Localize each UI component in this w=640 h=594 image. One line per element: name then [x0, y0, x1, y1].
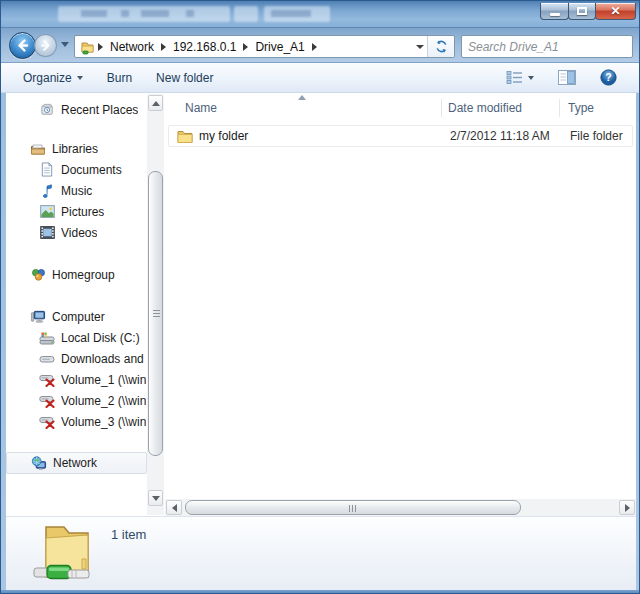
breadcrumb-chevron[interactable] [312, 43, 317, 51]
sidebar-item-homegroup[interactable]: Homegroup [6, 264, 147, 285]
recent-pages-dropdown[interactable] [61, 42, 69, 47]
arrow-right-icon [625, 504, 630, 512]
column-header-date-modified[interactable]: Date modified [448, 97, 522, 119]
chevron-down-icon [416, 45, 424, 49]
forward-arrow-icon [39, 39, 52, 52]
file-row-my-folder[interactable]: my folder 2/7/2012 11:18 AM File folder [168, 125, 633, 147]
scroll-left-button[interactable] [166, 500, 182, 515]
address-bar[interactable]: Network 192.168.0.1 Drive_A1 [74, 35, 455, 58]
address-location-icon [79, 39, 95, 55]
column-divider[interactable] [441, 99, 442, 117]
breadcrumb-chevron[interactable] [161, 43, 166, 51]
network-icon [31, 455, 47, 471]
organize-button[interactable]: Organize [15, 67, 91, 89]
sidebar-item-label: Libraries [52, 142, 98, 156]
sidebar-item-volume-3[interactable]: Volume_3 (\\win [6, 411, 147, 432]
homegroup-icon [30, 267, 46, 283]
sidebar-item-label: Computer [52, 310, 105, 324]
new-folder-button[interactable]: New folder [148, 67, 221, 89]
forward-button[interactable] [34, 34, 57, 57]
refresh-icon [434, 39, 449, 54]
help-button[interactable]: ? [592, 65, 625, 90]
arrow-left-icon [172, 504, 177, 512]
burn-label: Burn [107, 71, 132, 85]
sidebar-item-music[interactable]: Music [6, 180, 147, 201]
maximize-icon [577, 7, 587, 15]
file-type: File folder [570, 129, 623, 143]
disconnected-drive-icon [39, 393, 55, 409]
drive-icon [39, 351, 55, 367]
sidebar-item-volume-1[interactable]: Volume_1 (\\win [6, 369, 147, 390]
disconnected-drive-icon [39, 414, 55, 430]
recent-places-icon [39, 102, 55, 118]
picture-icon [39, 204, 55, 220]
horizontal-scrollbar-thumb[interactable] [185, 500, 521, 515]
sidebar-item-downloads-drive[interactable]: Downloads and N [6, 348, 147, 369]
sidebar-item-volume-2[interactable]: Volume_2 (\\win [6, 390, 147, 411]
document-icon [39, 162, 55, 178]
column-header-type[interactable]: Type [568, 97, 594, 119]
address-dropdown-button[interactable] [411, 36, 427, 57]
sidebar-item-label: Recent Places [61, 103, 138, 117]
window-bottom-border [1, 590, 640, 594]
sidebar-item-recent-places[interactable]: Recent Places [6, 99, 147, 120]
ghost-window [81, 10, 107, 17]
breadcrumb-segment-host[interactable]: 192.168.0.1 [169, 40, 240, 54]
sidebar-item-label: Volume_3 (\\win [61, 415, 146, 429]
vertical-scrollbar-thumb[interactable] [148, 171, 163, 456]
horizontal-scrollbar[interactable] [165, 499, 636, 516]
preview-pane-button[interactable] [550, 66, 584, 89]
maximize-button[interactable] [568, 3, 596, 20]
file-name: my folder [199, 129, 248, 143]
sidebar-item-libraries[interactable]: Libraries [6, 138, 147, 159]
close-icon: ✕ [610, 5, 620, 17]
sidebar-item-label: Downloads and N [61, 352, 147, 366]
column-header-name[interactable]: Name [185, 97, 217, 119]
ghost-window [141, 10, 169, 17]
video-film-icon [39, 225, 55, 241]
column-divider[interactable] [559, 99, 560, 117]
refresh-button[interactable] [427, 36, 454, 57]
libraries-icon [30, 141, 46, 157]
scroll-up-button[interactable] [148, 95, 163, 111]
column-header-label: Name [185, 101, 217, 115]
sidebar-item-label: Pictures [61, 205, 104, 219]
explorer-window: ✕ Network 192.168.0.1 Drive_A1 [0, 0, 640, 594]
file-date-modified: 2/7/2012 11:18 AM [450, 129, 550, 143]
change-view-button[interactable] [498, 66, 542, 89]
details-view-icon [506, 70, 523, 85]
sidebar-item-label: Network [53, 456, 97, 470]
help-icon: ? [600, 69, 617, 86]
sidebar-item-documents[interactable]: Documents [6, 159, 147, 180]
sort-ascending-icon [298, 95, 306, 100]
minimize-button[interactable] [540, 3, 569, 20]
back-arrow-icon [15, 38, 30, 53]
scroll-right-button[interactable] [619, 500, 635, 515]
breadcrumb-chevron[interactable] [98, 43, 103, 51]
sidebar-item-local-disk-c[interactable]: Local Disk (C:) [6, 327, 147, 348]
sidebar-item-label: Documents [61, 163, 122, 177]
back-button[interactable] [9, 32, 36, 59]
thumb-grip-icon [349, 505, 357, 512]
burn-button[interactable]: Burn [99, 67, 140, 89]
sidebar-item-pictures[interactable]: Pictures [6, 201, 147, 222]
sidebar-vertical-scrollbar[interactable] [147, 94, 164, 515]
sidebar-item-videos[interactable]: Videos [6, 222, 147, 243]
preview-pane-icon [558, 70, 576, 85]
sidebar-item-label: Volume_2 (\\win [61, 394, 146, 408]
breadcrumb-chevron[interactable] [243, 43, 248, 51]
svg-text:?: ? [605, 71, 611, 83]
scroll-down-button[interactable] [148, 490, 163, 506]
sidebar-item-label: Volume_1 (\\win [61, 373, 146, 387]
search-box [461, 35, 633, 58]
close-button[interactable]: ✕ [595, 3, 636, 20]
column-header-label: Date modified [448, 101, 522, 115]
search-input[interactable] [462, 37, 631, 56]
navigation-pane: Recent Places Libraries [6, 93, 147, 516]
breadcrumb-segment-network[interactable]: Network [106, 40, 158, 54]
sidebar-item-computer[interactable]: Computer [6, 306, 147, 327]
ghost-window [234, 6, 258, 22]
sidebar-item-network[interactable]: Network [6, 452, 147, 474]
sidebar-item-label: Videos [61, 226, 97, 240]
breadcrumb-segment-drive[interactable]: Drive_A1 [251, 40, 308, 54]
